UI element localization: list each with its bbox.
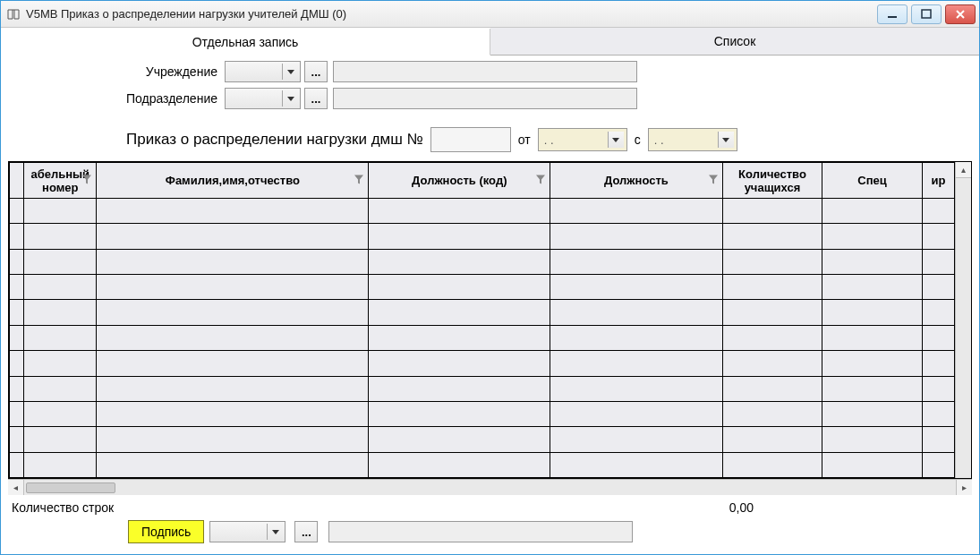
table-cell[interactable]	[97, 376, 369, 401]
minimize-button[interactable]	[877, 4, 908, 24]
table-cell[interactable]	[722, 452, 822, 477]
order-date-from[interactable]: . .	[538, 128, 627, 151]
table-cell[interactable]	[369, 300, 550, 325]
table-cell[interactable]	[369, 351, 550, 376]
table-cell[interactable]	[24, 452, 97, 477]
table-cell[interactable]	[369, 199, 550, 224]
signature-ellipsis-button[interactable]: ...	[294, 521, 318, 542]
table-cell[interactable]	[822, 249, 923, 274]
table-cell[interactable]	[369, 224, 550, 249]
table-cell[interactable]	[24, 224, 97, 249]
table-cell[interactable]	[369, 325, 550, 350]
table-cell[interactable]	[550, 249, 723, 274]
table-cell[interactable]	[97, 427, 369, 452]
horizontal-scrollbar[interactable]: ◂ ▸	[8, 479, 972, 495]
table-cell[interactable]	[97, 224, 369, 249]
table-cell[interactable]	[97, 275, 369, 300]
institution-combo[interactable]	[225, 61, 301, 82]
table-cell[interactable]	[722, 249, 822, 274]
table-cell[interactable]	[97, 325, 369, 350]
table-cell[interactable]	[10, 249, 24, 274]
grid-col-tabnum[interactable]: абельный номер	[24, 163, 97, 199]
table-cell[interactable]	[722, 376, 822, 401]
table-row[interactable]	[10, 452, 955, 477]
table-cell[interactable]	[822, 224, 923, 249]
table-cell[interactable]	[10, 376, 24, 401]
table-cell[interactable]	[550, 376, 723, 401]
table-cell[interactable]	[922, 376, 955, 401]
table-cell[interactable]	[550, 275, 723, 300]
table-cell[interactable]	[822, 300, 923, 325]
filter-icon[interactable]	[354, 174, 364, 187]
filter-icon[interactable]	[81, 174, 92, 187]
table-cell[interactable]	[722, 199, 822, 224]
table-cell[interactable]	[369, 401, 550, 426]
table-cell[interactable]	[369, 275, 550, 300]
table-cell[interactable]	[822, 275, 923, 300]
table-cell[interactable]	[722, 224, 822, 249]
table-cell[interactable]	[922, 275, 955, 300]
table-cell[interactable]	[10, 275, 24, 300]
table-cell[interactable]	[922, 401, 955, 426]
department-text[interactable]	[333, 88, 637, 109]
grid-col-fio[interactable]: Фамилия,имя,отчество	[97, 163, 369, 199]
department-ellipsis-button[interactable]: ...	[304, 88, 328, 109]
table-cell[interactable]	[24, 376, 97, 401]
table-cell[interactable]	[24, 401, 97, 426]
table-cell[interactable]	[722, 401, 822, 426]
order-date-s[interactable]: . .	[648, 128, 737, 151]
table-cell[interactable]	[10, 300, 24, 325]
table-cell[interactable]	[24, 249, 97, 274]
table-cell[interactable]	[369, 452, 550, 477]
table-row[interactable]	[10, 376, 955, 401]
scroll-thumb[interactable]	[26, 482, 115, 493]
close-button[interactable]	[945, 4, 976, 24]
table-cell[interactable]	[24, 427, 97, 452]
table-row[interactable]	[10, 300, 955, 325]
table-cell[interactable]	[550, 427, 723, 452]
table-cell[interactable]	[550, 199, 723, 224]
scroll-up-icon[interactable]: ▴	[956, 162, 971, 178]
table-cell[interactable]	[922, 199, 955, 224]
signature-text[interactable]	[328, 521, 633, 542]
table-cell[interactable]	[10, 452, 24, 477]
table-cell[interactable]	[722, 300, 822, 325]
scroll-left-icon[interactable]: ◂	[8, 480, 24, 495]
table-row[interactable]	[10, 325, 955, 350]
table-row[interactable]	[10, 401, 955, 426]
table-cell[interactable]	[10, 427, 24, 452]
table-cell[interactable]	[10, 325, 24, 350]
table-cell[interactable]	[822, 199, 923, 224]
table-cell[interactable]	[97, 452, 369, 477]
table-cell[interactable]	[722, 325, 822, 350]
table-cell[interactable]	[722, 275, 822, 300]
grid-col-position[interactable]: Должность	[550, 163, 723, 199]
scroll-right-icon[interactable]: ▸	[956, 480, 972, 495]
maximize-button[interactable]	[911, 4, 942, 24]
institution-ellipsis-button[interactable]: ...	[304, 61, 328, 82]
table-cell[interactable]	[550, 401, 723, 426]
table-cell[interactable]	[369, 249, 550, 274]
grid-col-pupils[interactable]: Количество учащихся	[722, 163, 822, 199]
institution-text[interactable]	[333, 61, 637, 82]
table-cell[interactable]	[922, 224, 955, 249]
table-cell[interactable]	[97, 401, 369, 426]
table-cell[interactable]	[922, 300, 955, 325]
table-cell[interactable]	[97, 351, 369, 376]
table-cell[interactable]	[369, 376, 550, 401]
table-cell[interactable]	[922, 427, 955, 452]
table-row[interactable]	[10, 275, 955, 300]
department-combo[interactable]	[225, 88, 301, 109]
table-cell[interactable]	[822, 401, 923, 426]
table-row[interactable]	[10, 351, 955, 376]
table-row[interactable]	[10, 199, 955, 224]
table-cell[interactable]	[822, 376, 923, 401]
table-cell[interactable]	[97, 249, 369, 274]
table-cell[interactable]	[97, 199, 369, 224]
tab-list[interactable]: Список	[490, 28, 979, 55]
table-cell[interactable]	[550, 224, 723, 249]
table-cell[interactable]	[922, 452, 955, 477]
table-cell[interactable]	[10, 224, 24, 249]
table-cell[interactable]	[10, 199, 24, 224]
table-cell[interactable]	[24, 300, 97, 325]
